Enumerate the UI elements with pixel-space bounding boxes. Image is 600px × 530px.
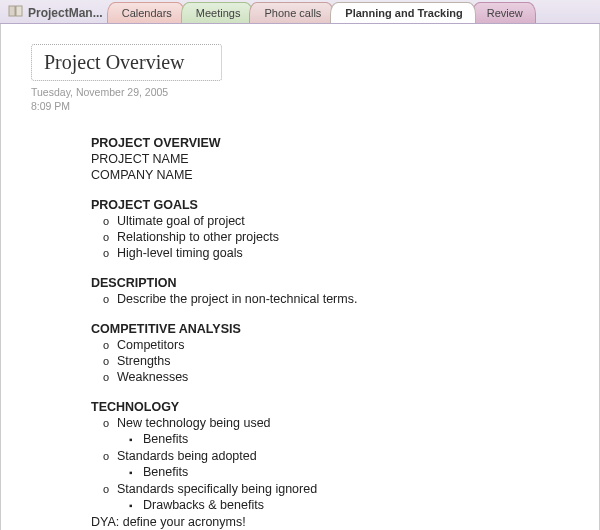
note-page[interactable]: Project Overview Tuesday, November 29, 2… xyxy=(0,24,600,530)
list-item: Weaknesses xyxy=(91,369,599,385)
tab-review[interactable]: Review xyxy=(472,2,536,23)
tab-label: Review xyxy=(487,7,523,19)
tab-meetings[interactable]: Meetings xyxy=(181,2,254,23)
tab-calendars[interactable]: Calendars xyxy=(107,2,185,23)
list-item: Relationship to other projects xyxy=(91,229,599,245)
heading-description: DESCRIPTION xyxy=(91,275,599,291)
list-item: Competitors xyxy=(91,337,599,353)
onenote-window: ProjectMan... Calendars Meetings Phone c… xyxy=(0,0,600,530)
heading-project-overview: PROJECT OVERVIEW xyxy=(91,135,599,151)
list-subitem: Benefits xyxy=(91,464,599,481)
section-tab-bar: ProjectMan... Calendars Meetings Phone c… xyxy=(0,0,600,24)
list-item: Describe the project in non-technical te… xyxy=(91,291,599,307)
tab-label: Planning and Tracking xyxy=(345,7,462,19)
tab-planning-and-tracking[interactable]: Planning and Tracking xyxy=(330,2,475,23)
heading-project-goals: PROJECT GOALS xyxy=(91,197,599,213)
notebook-label: ProjectMan... xyxy=(28,6,103,20)
page-time: 8:09 PM xyxy=(31,99,599,113)
tab-label: Phone calls xyxy=(264,7,321,19)
list-item: New technology being used xyxy=(91,415,599,431)
page-date: Tuesday, November 29, 2005 xyxy=(31,85,599,99)
list-item: Standards being adopted xyxy=(91,448,599,464)
line-company-name: COMPANY NAME xyxy=(91,167,599,183)
list-item: Strengths xyxy=(91,353,599,369)
note-body[interactable]: PROJECT OVERVIEW PROJECT NAME COMPANY NA… xyxy=(31,135,599,530)
list-item: High-level timing goals xyxy=(91,245,599,261)
list-item: Ultimate goal of project xyxy=(91,213,599,229)
heading-technology: TECHNOLOGY xyxy=(91,399,599,415)
tab-label: Calendars xyxy=(122,7,172,19)
tab-label: Meetings xyxy=(196,7,241,19)
tab-phonecalls[interactable]: Phone calls xyxy=(249,2,334,23)
list-subitem: Benefits xyxy=(91,431,599,448)
list-subitem: Drawbacks & benefits xyxy=(91,497,599,514)
svg-rect-0 xyxy=(9,6,15,16)
line-project-name: PROJECT NAME xyxy=(91,151,599,167)
notebook-selector[interactable]: ProjectMan... xyxy=(4,2,111,23)
notebook-icon xyxy=(8,4,24,21)
page-meta: Tuesday, November 29, 2005 8:09 PM xyxy=(31,85,599,113)
list-item: Standards specifically being ignored xyxy=(91,481,599,497)
heading-competitive-analysis: COMPETITIVE ANALYSIS xyxy=(91,321,599,337)
page-title[interactable]: Project Overview xyxy=(31,44,222,81)
svg-rect-1 xyxy=(16,6,22,16)
line-acronym-note: DYA: define your acronyms! xyxy=(91,514,599,530)
